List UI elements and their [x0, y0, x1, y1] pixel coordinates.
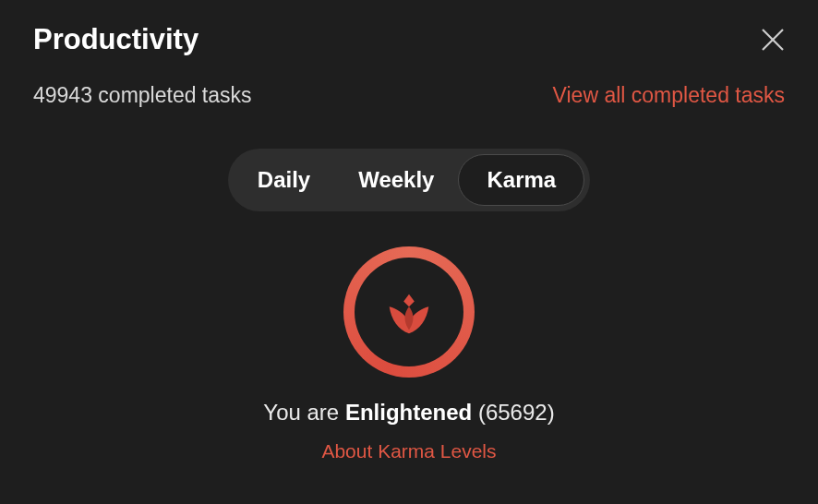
completed-count-label: completed tasks	[98, 83, 251, 107]
karma-level-name: Enlightened	[345, 400, 472, 425]
karma-progress-ring	[343, 246, 475, 378]
view-all-link[interactable]: View all completed tasks	[553, 83, 785, 108]
completed-count-value: 49943	[33, 83, 92, 107]
karma-section: You are Enlightened (65692) About Karma …	[0, 246, 818, 462]
close-button[interactable]	[755, 22, 790, 57]
karma-points: (65692)	[472, 400, 554, 425]
karma-ring-inner	[355, 258, 463, 366]
tab-daily[interactable]: Daily	[234, 154, 334, 206]
about-karma-link[interactable]: About Karma Levels	[321, 440, 496, 462]
karma-status-prefix: You are	[263, 400, 345, 425]
karma-status-text: You are Enlightened (65692)	[263, 400, 554, 426]
header: Productivity	[0, 0, 818, 66]
tabs-group: Daily Weekly Karma	[228, 149, 590, 211]
completed-tasks-count: 49943 completed tasks	[33, 83, 252, 108]
page-title: Productivity	[33, 23, 198, 56]
tab-weekly[interactable]: Weekly	[334, 154, 458, 206]
tabs-container: Daily Weekly Karma	[0, 149, 818, 211]
flower-icon	[380, 283, 438, 341]
close-icon	[759, 26, 787, 54]
subheader: 49943 completed tasks View all completed…	[0, 66, 818, 108]
karma-points-value: 65692	[486, 400, 547, 425]
tab-karma[interactable]: Karma	[458, 154, 584, 206]
